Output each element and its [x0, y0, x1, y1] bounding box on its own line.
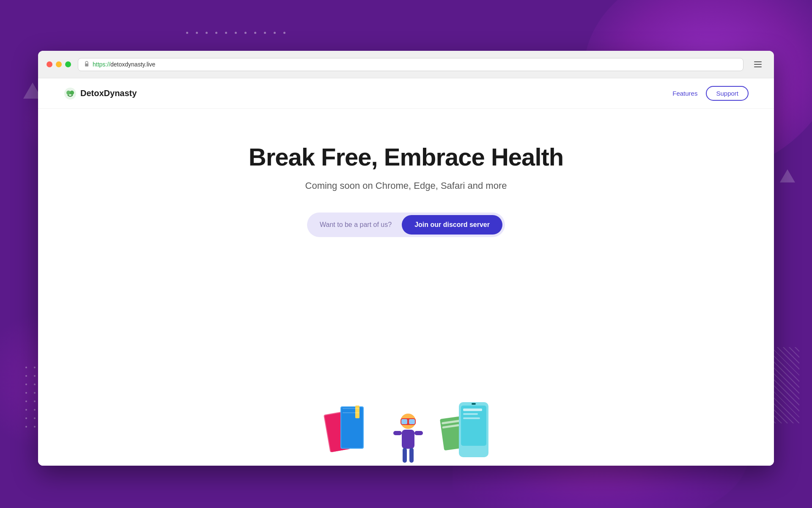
menu-line-2: [754, 64, 762, 65]
discord-button[interactable]: Join our discord server: [402, 215, 502, 235]
maximize-button[interactable]: [65, 61, 71, 67]
url-protocol: https://: [93, 61, 110, 68]
logo-text: DetoxDynasty: [80, 88, 137, 98]
support-button[interactable]: Support: [706, 86, 749, 101]
top-dots-decoration: [186, 32, 285, 34]
logo-area: DetoxDynasty: [63, 87, 137, 100]
menu-line-3: [754, 66, 762, 67]
cta-label: Want to be a part of us?: [310, 217, 402, 233]
svg-rect-24: [461, 406, 486, 446]
features-link[interactable]: Features: [672, 90, 697, 97]
lock-icon: [84, 61, 89, 68]
hero-subtitle: Coming soon on Chrome, Edge, Safari and …: [305, 180, 507, 191]
svg-point-3: [70, 91, 74, 95]
browser-chrome: https://detoxdynasty.live: [38, 51, 774, 78]
illustration-area: [38, 381, 774, 466]
svg-rect-18: [403, 448, 407, 463]
svg-rect-17: [414, 431, 423, 435]
close-button[interactable]: [47, 61, 52, 67]
books-illustration: [319, 394, 379, 466]
svg-rect-13: [401, 419, 407, 424]
svg-rect-19: [409, 448, 414, 463]
person-illustration: [391, 411, 425, 466]
window-controls: [47, 61, 71, 67]
hero-title: Break Free, Embrace Health: [249, 143, 563, 171]
svg-rect-15: [402, 430, 414, 449]
svg-rect-26: [463, 409, 482, 411]
svg-rect-28: [463, 417, 480, 419]
svg-rect-25: [472, 403, 476, 405]
logo-icon: [63, 87, 77, 100]
svg-rect-16: [393, 431, 402, 435]
browser-menu-button[interactable]: [750, 57, 765, 72]
triangle-right-decoration: [780, 169, 795, 182]
site-navbar: DetoxDynasty Features Support: [38, 78, 774, 109]
address-bar[interactable]: https://detoxdynasty.live: [78, 58, 743, 71]
hero-section: Break Free, Embrace Health Coming soon o…: [38, 109, 774, 381]
cta-row: Want to be a part of us? Join our discor…: [307, 213, 505, 237]
minimize-button[interactable]: [56, 61, 62, 67]
svg-rect-0: [85, 64, 88, 66]
website-content: DetoxDynasty Features Support Break Free…: [38, 78, 774, 466]
menu-line-1: [754, 61, 762, 62]
browser-window: https://detoxdynasty.live DetoxDynasty: [38, 51, 774, 466]
url-display: https://detoxdynasty.live: [93, 61, 155, 68]
svg-rect-8: [355, 406, 359, 418]
svg-rect-7: [341, 407, 363, 448]
svg-rect-27: [463, 413, 478, 415]
url-domain: detoxdynasty.live: [110, 61, 155, 68]
svg-rect-14: [409, 419, 415, 424]
tablet-illustration: [438, 394, 493, 466]
nav-links: Features Support: [672, 86, 749, 101]
